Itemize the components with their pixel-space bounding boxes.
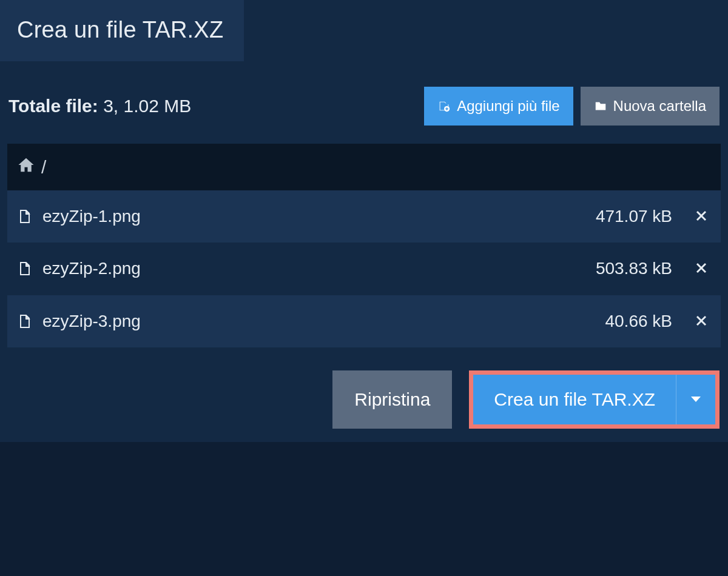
create-button-highlight: Crea un file TAR.XZ	[469, 370, 720, 429]
summary-value: 3, 1.02 MB	[103, 96, 191, 116]
file-size: 40.66 kB	[605, 312, 672, 331]
remove-file-button[interactable]	[692, 258, 711, 279]
footer-actions: Ripristina Crea un file TAR.XZ	[0, 347, 728, 442]
close-icon	[694, 216, 709, 225]
file-icon	[17, 260, 32, 278]
file-size: 503.83 kB	[596, 259, 672, 278]
add-files-button[interactable]: Aggiungi più file	[424, 87, 573, 126]
file-add-icon	[437, 99, 451, 113]
folder-icon	[594, 99, 607, 113]
file-row: ezyZip-1.png 471.07 kB	[7, 190, 721, 243]
header-actions: Aggiungi più file Nuova cartella	[424, 87, 720, 126]
create-archive-options-button[interactable]	[676, 375, 715, 424]
home-icon	[17, 156, 35, 178]
file-row: ezyZip-2.png 503.83 kB	[7, 243, 721, 295]
new-folder-button[interactable]: Nuova cartella	[581, 87, 720, 126]
breadcrumb-path: /	[41, 157, 46, 178]
file-list: / ezyZip-1.png 471.07 kB ezyZip-2.png 50…	[7, 144, 721, 347]
archive-panel: Crea un file TAR.XZ Totale file: 3, 1.02…	[0, 0, 728, 442]
page-title-tab: Crea un file TAR.XZ	[0, 0, 244, 61]
page-title: Crea un file TAR.XZ	[17, 17, 223, 42]
file-icon	[17, 312, 32, 330]
file-name: ezyZip-2.png	[42, 259, 585, 278]
close-icon	[694, 268, 709, 277]
chevron-down-icon	[691, 397, 701, 402]
create-archive-button[interactable]: Crea un file TAR.XZ	[473, 375, 676, 424]
reset-button[interactable]: Ripristina	[332, 370, 452, 429]
create-label: Crea un file TAR.XZ	[494, 389, 655, 410]
summary-label: Totale file:	[8, 96, 98, 116]
add-files-label: Aggiungi più file	[457, 98, 559, 115]
remove-file-button[interactable]	[692, 206, 711, 227]
file-icon	[17, 207, 32, 226]
file-row: ezyZip-3.png 40.66 kB	[7, 295, 721, 347]
file-name: ezyZip-3.png	[42, 312, 594, 331]
remove-file-button[interactable]	[692, 311, 711, 332]
file-size: 471.07 kB	[596, 207, 672, 226]
new-folder-label: Nuova cartella	[613, 98, 706, 115]
reset-label: Ripristina	[354, 389, 430, 410]
close-icon	[694, 321, 709, 330]
file-total-summary: Totale file: 3, 1.02 MB	[8, 96, 191, 116]
file-name: ezyZip-1.png	[42, 207, 585, 226]
breadcrumb[interactable]: /	[7, 144, 721, 190]
summary-row: Totale file: 3, 1.02 MB Aggiungi più fil…	[0, 61, 728, 144]
